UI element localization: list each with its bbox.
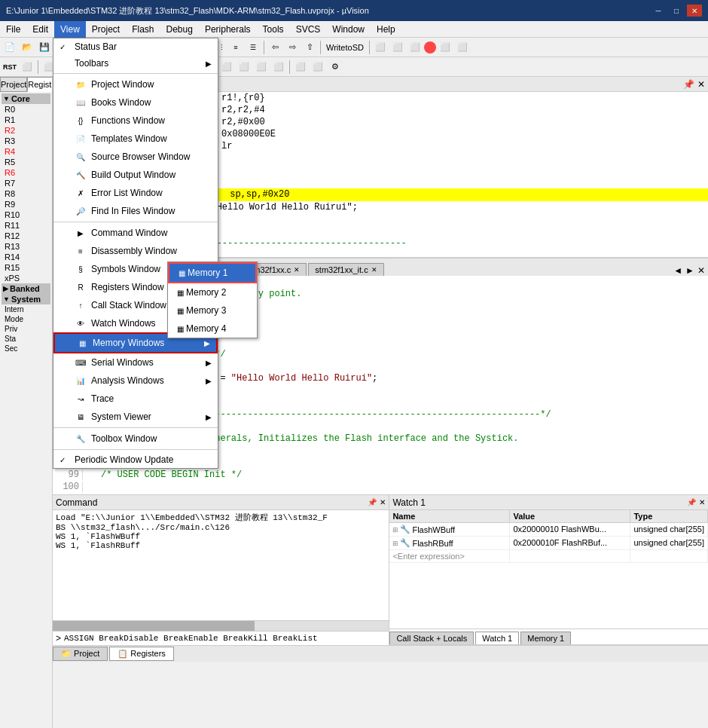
sidebar-tab-registers[interactable]: Registers <box>27 77 53 92</box>
reg-intern[interactable]: Intern <box>2 304 50 314</box>
vm-serial-windows[interactable]: ⌨ Serial Windows ▶ <box>53 353 218 372</box>
reg-r5[interactable]: R5 <box>2 157 50 167</box>
vm-periodic-window-update[interactable]: ✓ Periodic Window Update <box>53 451 218 468</box>
src-tab-it-close[interactable]: ✕ <box>371 266 377 274</box>
menu-peripherals[interactable]: Peripherals <box>199 21 257 38</box>
tb2-rst[interactable]: RST <box>2 59 18 75</box>
reg-r12[interactable]: R12 <box>2 231 50 241</box>
menu-svcs[interactable]: SVCS <box>290 21 327 38</box>
expand-flash-r[interactable]: ⊞ <box>392 540 398 547</box>
core-section-header[interactable]: ▼ Core <box>2 93 50 104</box>
reg-r9[interactable]: R9 <box>2 199 50 210</box>
src-tab-system-close[interactable]: ✕ <box>294 266 300 274</box>
vm-trace[interactable]: ↝ Trace <box>53 390 218 408</box>
menu-project[interactable]: Project <box>86 21 126 38</box>
menu-debug[interactable]: Debug <box>160 21 199 38</box>
minimize-button[interactable]: ─ <box>651 5 666 17</box>
menu-window[interactable]: Window <box>326 21 371 38</box>
close-button[interactable]: ✕ <box>687 5 702 17</box>
vm-project-window[interactable]: 📁 Project Window <box>53 75 218 93</box>
command-input[interactable] <box>64 634 386 643</box>
tb2-b17[interactable]: ⬜ <box>310 59 326 75</box>
memory-submenu-item-3[interactable]: ▦ Memory 3 <box>168 301 257 320</box>
tb-b4[interactable]: ☰ <box>245 39 261 56</box>
tb-b3[interactable]: ≡ <box>227 39 244 56</box>
menu-tools[interactable]: Tools <box>257 21 290 38</box>
command-scrollbar[interactable] <box>53 620 389 631</box>
reg-xps[interactable]: xPS <box>2 273 50 283</box>
sidebar-tab-project[interactable]: Project <box>0 77 27 92</box>
memory-submenu-item-4[interactable]: ▦ Memory 4 <box>168 320 257 338</box>
tb-r3[interactable]: ⬜ <box>407 39 423 56</box>
reg-r15[interactable]: R15 <box>2 262 50 273</box>
expand-flash-w[interactable]: ⊞ <box>392 526 398 534</box>
reg-r3[interactable]: R3 <box>2 136 50 146</box>
watch-close[interactable]: ✕ <box>699 498 705 506</box>
disassembly-pin[interactable]: 📌 <box>683 79 694 90</box>
memory-submenu-item-2[interactable]: ▦ Memory 2 <box>168 283 257 301</box>
system-section-header[interactable]: ▼ System <box>2 294 50 304</box>
reg-r11[interactable]: R11 <box>2 220 50 231</box>
reg-sec[interactable]: Sec <box>2 344 50 353</box>
vm-build-output-window[interactable]: 🔨 Build Output Window <box>53 166 218 184</box>
src-nav-left[interactable]: ◄ <box>673 265 682 276</box>
watch-row-enter[interactable]: <Enter expression> <box>389 550 708 563</box>
vm-toolbox-window[interactable]: 🔧 Toolbox Window <box>53 430 218 448</box>
vm-command-window[interactable]: ▶ Command Window <box>53 224 218 242</box>
tb-debug2[interactable]: ⬜ <box>437 39 453 56</box>
tb2-gear[interactable]: ⚙ <box>327 59 343 75</box>
tb-b7[interactable]: ⇧ <box>301 39 318 56</box>
reg-r1[interactable]: R1 <box>2 115 50 125</box>
reg-r14[interactable]: R14 <box>2 252 50 262</box>
vm-books-window[interactable]: 📖 Books Window <box>53 93 218 112</box>
tb-debug3[interactable]: ⬜ <box>454 39 471 56</box>
src-tab-it[interactable]: stm32f1xx_it.c ✕ <box>308 263 383 276</box>
vm-error-list-window[interactable]: ✗ Error List Window <box>53 184 218 202</box>
vm-status-bar[interactable]: ✓ Status Bar <box>53 38 218 55</box>
vm-functions-window[interactable]: {} Functions Window <box>53 112 218 130</box>
watch-tab-callstack[interactable]: Call Stack + Locals <box>389 632 474 644</box>
reg-r0[interactable]: R0 <box>2 104 50 115</box>
maximize-button[interactable]: □ <box>669 5 684 17</box>
menu-flash[interactable]: Flash <box>126 21 160 38</box>
vm-source-browser-window[interactable]: 🔍 Source Browser Window <box>53 148 218 166</box>
reg-mode[interactable]: Mode <box>2 314 50 324</box>
command-close[interactable]: ✕ <box>380 498 386 506</box>
bot-tab-registers[interactable]: 📋 Registers <box>109 647 174 661</box>
vm-find-in-files-window[interactable]: 🔎 Find In Files Window <box>53 202 218 220</box>
tb2-b16[interactable]: ⬜ <box>292 59 309 75</box>
tb-r2[interactable]: ⬜ <box>389 39 406 56</box>
watch-tab-watch1[interactable]: Watch 1 <box>475 632 519 644</box>
tb2-b1[interactable]: ⬜ <box>19 59 35 75</box>
reg-r6[interactable]: R6 <box>2 167 50 178</box>
tb2-b13[interactable]: ⬜ <box>236 59 252 75</box>
command-pin[interactable]: 📌 <box>368 498 377 506</box>
tb-open[interactable]: 📂 <box>19 39 35 56</box>
watch-pin[interactable]: 📌 <box>687 498 696 506</box>
vm-templates-window[interactable]: 📄 Templates Window <box>53 130 218 148</box>
tb-new[interactable]: 📄 <box>2 39 18 56</box>
watch-tab-memory1[interactable]: Memory 1 <box>520 632 571 644</box>
bot-tab-project[interactable]: 📁 Project <box>53 647 108 661</box>
reg-r2[interactable]: R2 <box>2 125 50 136</box>
watch-enter-expr[interactable]: <Enter expression> <box>389 550 510 562</box>
tb-debug-start[interactable] <box>424 41 436 54</box>
src-nav-right[interactable]: ► <box>685 265 694 276</box>
tb2-b14[interactable]: ⬜ <box>253 59 270 75</box>
reg-sta[interactable]: Sta <box>2 334 50 344</box>
tb-save[interactable]: 💾 <box>36 39 53 56</box>
reg-r13[interactable]: R13 <box>2 241 50 252</box>
menu-help[interactable]: Help <box>371 21 401 38</box>
disassembly-close[interactable]: ✕ <box>697 79 705 90</box>
tb-b6[interactable]: ⇨ <box>284 39 301 56</box>
tb-b5[interactable]: ⇦ <box>267 39 283 56</box>
memory-submenu-item-1[interactable]: ▦ Memory 1 <box>168 262 257 283</box>
menu-file[interactable]: File <box>0 21 26 38</box>
menu-edit[interactable]: Edit <box>26 21 54 38</box>
tb2-b15[interactable]: ⬜ <box>270 59 287 75</box>
src-close-all[interactable]: ✕ <box>697 265 705 276</box>
banked-section-header[interactable]: ▶ Banked <box>2 283 50 294</box>
reg-r4[interactable]: R4 <box>2 146 50 157</box>
tb2-b12[interactable]: ⬜ <box>218 59 235 75</box>
tb-r1[interactable]: ⬜ <box>372 39 389 56</box>
